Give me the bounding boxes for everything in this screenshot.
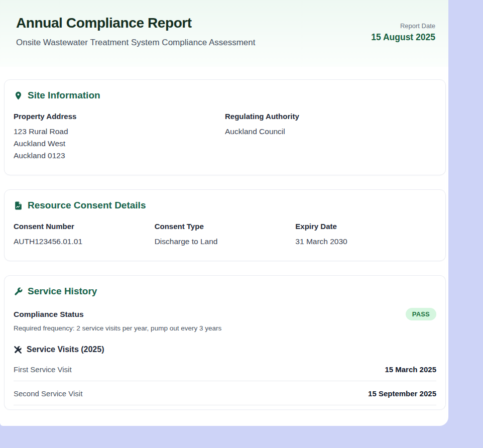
expiry-date-field: Expiry Date 31 March 2030 (295, 222, 436, 248)
resource-consent-card: Resource Consent Details Consent Number … (4, 189, 446, 261)
service-visits-header: Service Visits (2025) (14, 345, 436, 354)
report-document: Annual Compliance Report Onsite Wastewat… (0, 0, 448, 426)
service-history-title: Service History (28, 286, 97, 297)
visit-row: First Service Visit 15 March 2025 (14, 357, 436, 381)
consent-number-field: Consent Number AUTH123456.01.01 (14, 222, 155, 248)
resource-consent-header: Resource Consent Details (14, 200, 436, 211)
map-pin-icon (14, 91, 23, 100)
wrench-icon (14, 287, 23, 296)
site-information-card: Site Information Property Address 123 Ru… (4, 79, 446, 175)
file-document-icon (14, 201, 23, 210)
consent-type-value: Discharge to Land (155, 236, 296, 248)
visit-date: 15 September 2025 (368, 389, 436, 398)
field-label: Regulating Authority (225, 112, 436, 121)
resource-consent-title: Resource Consent Details (28, 200, 146, 211)
status-badge: PASS (406, 308, 436, 320)
field-label: Expiry Date (295, 222, 436, 231)
address-line: 123 Rural Road (14, 126, 225, 138)
report-date-label: Report Date (371, 22, 435, 30)
service-history-header: Service History (14, 286, 436, 297)
expiry-date-value: 31 March 2030 (295, 236, 436, 248)
report-body: Site Information Property Address 123 Ru… (0, 67, 448, 410)
compliance-status-row: Compliance Status PASS (14, 308, 436, 320)
resource-consent-grid: Consent Number AUTH123456.01.01 Consent … (14, 222, 436, 248)
report-date-value: 15 August 2025 (371, 32, 435, 43)
compliance-status-label: Compliance Status (14, 310, 84, 319)
visit-label: Second Service Visit (14, 389, 82, 398)
address-line: Auckland 0123 (14, 150, 225, 162)
page-title: Annual Compliance Report (16, 15, 256, 31)
site-information-grid: Property Address 123 Rural Road Auckland… (14, 112, 436, 162)
field-label: Consent Number (14, 222, 155, 231)
consent-number-value: AUTH123456.01.01 (14, 236, 155, 248)
regulating-authority-field: Regulating Authority Auckland Council (225, 112, 436, 162)
visit-label: First Service Visit (14, 365, 72, 374)
consent-type-field: Consent Type Discharge to Land (155, 222, 296, 248)
field-label: Property Address (14, 112, 225, 121)
address-line: Auckland West (14, 138, 225, 150)
visit-row: Second Service Visit 15 September 2025 (14, 381, 436, 405)
crossed-tools-icon (14, 346, 22, 354)
service-history-card: Service History Compliance Status PASS R… (4, 275, 446, 410)
report-date-block: Report Date 15 August 2025 (371, 22, 435, 43)
field-label: Consent Type (155, 222, 296, 231)
report-header: Annual Compliance Report Onsite Wastewat… (0, 0, 448, 67)
site-information-title: Site Information (28, 90, 100, 101)
visit-date: 15 March 2025 (385, 365, 436, 374)
frequency-note: Required frequency: 2 service visits per… (14, 324, 436, 332)
authority-value: Auckland Council (225, 126, 436, 138)
page-subtitle: Onsite Wastewater Treatment System Compl… (16, 38, 256, 48)
report-header-left: Annual Compliance Report Onsite Wastewat… (16, 15, 256, 48)
site-information-header: Site Information (14, 90, 436, 101)
service-visits-title: Service Visits (2025) (27, 345, 104, 354)
property-address-field: Property Address 123 Rural Road Auckland… (14, 112, 225, 162)
